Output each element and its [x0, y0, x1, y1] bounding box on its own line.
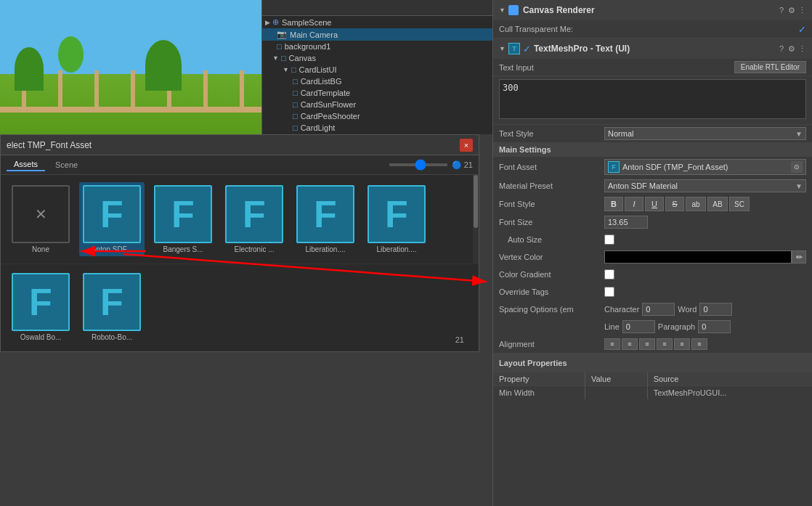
- layout-col-source: Source: [647, 372, 812, 386]
- layout-col-value: Value: [585, 372, 647, 386]
- font-asset-select-button[interactable]: ⊙: [791, 161, 803, 173]
- asset-item-liberation2[interactable]: F Liberation....: [364, 182, 429, 256]
- electronic-font-icon: F: [225, 185, 283, 243]
- liberation1-font-icon: F: [296, 185, 354, 243]
- oswald-font-icon: F: [12, 273, 70, 331]
- style-btn-bold[interactable]: B: [604, 197, 623, 211]
- tab-scene[interactable]: Scene: [48, 159, 85, 171]
- search-slider[interactable]: [389, 163, 447, 166]
- help-icon-tmp[interactable]: ?: [779, 44, 784, 53]
- canvas-renderer-section: ▼ Canvas Renderer ? ⚙ ⋮ Cull Transparent…: [493, 0, 812, 38]
- text-input-row: Text Input Enable RTL Editor: [493, 59, 812, 76]
- asset-grid: ✕ None F Anton SDF... F Bangers S... F E…: [1, 175, 479, 264]
- maincamera-label: Main Camera: [290, 30, 338, 39]
- asset-picker-scrollbar[interactable]: [473, 175, 479, 264]
- align-geo[interactable]: ≡: [691, 338, 707, 350]
- canvas-renderer-icon: [508, 5, 519, 15]
- collapse-arrow-canvas[interactable]: ▼: [499, 7, 506, 14]
- vertex-color-swatch[interactable]: [604, 250, 792, 264]
- electronic-asset-name: Electronic ...: [234, 245, 274, 253]
- override-tags-label: Override Tags: [499, 287, 604, 296]
- roboto-font-icon: F: [83, 273, 141, 331]
- settings-icon-canvas[interactable]: ⚙: [788, 6, 795, 15]
- alignment-row: Alignment ≡ ≡ ≡ ≡ ≡ ≡: [493, 335, 812, 353]
- bg-icon: □: [277, 42, 282, 51]
- cardsunflower-icon: □: [293, 100, 298, 109]
- spacing-word-key: Word: [678, 305, 697, 314]
- inspector-panel: ▼ Canvas Renderer ? ⚙ ⋮ Cull Transparent…: [492, 0, 812, 506]
- align-flush[interactable]: ≡: [674, 338, 690, 350]
- spacing-line-input[interactable]: [622, 320, 655, 333]
- cardsunflower-label: CardSunFlower: [301, 100, 356, 109]
- collapse-arrow-tmp[interactable]: ▼: [499, 45, 506, 52]
- layout-header: Layout Properties: [493, 354, 812, 372]
- textmeshpro-section: ▼ T ✓ TextMeshPro - Text (UI) ? ⚙ ⋮ Text…: [493, 38, 812, 354]
- asset-picker-dialog: elect TMP_Font Asset × Assets Scene 🔵 21…: [0, 134, 479, 352]
- auto-size-label: Auto Size: [499, 235, 604, 244]
- align-justify[interactable]: ≡: [657, 338, 673, 350]
- color-gradient-row: Color Gradient: [493, 266, 812, 283]
- asset-count-bottom: 21: [455, 335, 464, 344]
- asset-item-liberation1[interactable]: F Liberation....: [293, 182, 358, 256]
- layout-table: Property Value Source Min Width TextMesh…: [493, 372, 812, 399]
- asset-item-roboto[interactable]: F Roboto-Bo...: [79, 270, 145, 344]
- align-left[interactable]: ≡: [604, 338, 620, 350]
- text-area-row: 300: [493, 76, 812, 125]
- spacing-character-input[interactable]: [642, 303, 675, 316]
- spacing-paragraph-key: Paragraph: [658, 322, 695, 331]
- scene-preview: [0, 0, 261, 134]
- text-input-area[interactable]: 300: [499, 79, 806, 119]
- asset-item-anton[interactable]: F Anton SDF...: [79, 182, 145, 256]
- none-asset-name: None: [32, 245, 49, 253]
- cardlistui-label: CardListUI: [299, 65, 337, 74]
- more-icon-tmp[interactable]: ⋮: [798, 44, 806, 54]
- settings-icon-tmp[interactable]: ⚙: [788, 44, 795, 54]
- align-center[interactable]: ≡: [622, 338, 638, 350]
- liberation1-asset-name: Liberation....: [305, 245, 345, 253]
- asset-item-none[interactable]: ✕ None: [8, 182, 73, 256]
- material-preset-row: Material Preset Anton SDF Material ▼: [493, 177, 812, 195]
- tab-assets[interactable]: Assets: [7, 158, 45, 171]
- tmp-enable-checkbox[interactable]: ✓: [523, 44, 531, 54]
- cardlight-label: CardLight: [301, 123, 336, 132]
- spacing-character-key: Character: [604, 305, 639, 314]
- cardlistbg-icon: □: [293, 77, 298, 86]
- cull-row: Cull Transparent Me: ✓: [493, 20, 812, 38]
- vertex-color-picker-btn[interactable]: ✏: [792, 250, 806, 264]
- font-style-row: Font Style B I U S ab AB SC: [493, 195, 812, 213]
- spacing-word-input[interactable]: [699, 303, 732, 316]
- style-btn-smallcaps[interactable]: SC: [729, 197, 750, 211]
- canvas-renderer-title: Canvas Renderer: [523, 5, 776, 15]
- cardpeashooter-icon: □: [293, 112, 298, 121]
- cull-checkbox[interactable]: ✓: [798, 24, 806, 35]
- font-size-input[interactable]: [604, 216, 648, 229]
- text-style-row: Text Style Normal ▼: [493, 125, 812, 142]
- material-preset-dropdown[interactable]: Anton SDF Material ▼: [604, 179, 806, 192]
- cardlistbg-label: CardListBG: [301, 77, 342, 86]
- asset-picker-close-button[interactable]: ×: [460, 139, 473, 152]
- scene-icon: ⊕: [272, 17, 279, 27]
- asset-item-oswald[interactable]: F Oswald Bo...: [8, 270, 73, 344]
- enable-rtl-button[interactable]: Enable RTL Editor: [734, 61, 806, 73]
- textmeshpro-header: ▼ T ✓ TextMeshPro - Text (UI) ? ⚙ ⋮: [493, 38, 812, 59]
- help-icon-canvas[interactable]: ?: [779, 6, 784, 15]
- style-btn-underline[interactable]: U: [645, 197, 664, 211]
- asset-item-electronic[interactable]: F Electronic ...: [222, 182, 287, 256]
- auto-size-checkbox[interactable]: [604, 234, 614, 245]
- style-btn-lowercase[interactable]: ab: [686, 197, 706, 211]
- style-btn-italic[interactable]: I: [625, 197, 643, 211]
- more-icon-canvas[interactable]: ⋮: [798, 6, 806, 15]
- cardpeashooter-label: CardPeaShooter: [301, 112, 360, 121]
- align-right[interactable]: ≡: [639, 338, 655, 350]
- asset-picker-title: elect TMP_Font Asset: [7, 140, 460, 150]
- spacing-paragraph-input[interactable]: [698, 320, 731, 333]
- vertex-color-label: Vertex Color: [499, 253, 604, 261]
- style-btn-strikethrough[interactable]: S: [665, 197, 684, 211]
- style-btn-uppercase[interactable]: AB: [707, 197, 728, 211]
- text-style-dropdown[interactable]: Normal ▼: [604, 127, 806, 140]
- override-tags-checkbox[interactable]: [604, 287, 614, 297]
- asset-item-bangers[interactable]: F Bangers S...: [150, 182, 216, 256]
- vertex-color-row: Vertex Color ✏: [493, 248, 812, 266]
- color-gradient-checkbox[interactable]: [604, 269, 614, 279]
- tmp-title: TextMeshPro - Text (UI): [534, 44, 776, 54]
